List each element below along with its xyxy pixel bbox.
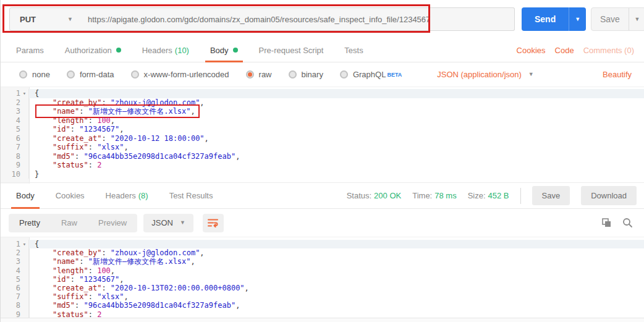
chevron-down-icon: ▼ (180, 220, 185, 226)
code-text: { (29, 89, 39, 98)
body-type-graphql[interactable]: GraphQLBETA (340, 70, 402, 79)
send-button[interactable]: Send ▼ (522, 7, 586, 31)
green-dot-icon (116, 48, 121, 53)
tab-label: Headers (142, 46, 172, 55)
response-format-select[interactable]: JSON ▼ (143, 214, 193, 232)
save-request-button[interactable]: Save ▼ (591, 7, 644, 31)
response-meta: Status:200 OK Time:78 ms Size:452 B Save… (347, 186, 644, 205)
response-body-editor[interactable]: 1▾{2 "create_by": "zhoux-j@glodon.com",3… (1, 237, 644, 320)
fold-caret-icon[interactable]: ▾ (20, 89, 28, 98)
code-link[interactable]: Code (555, 46, 574, 55)
tab-tests[interactable]: Tests (344, 38, 363, 62)
tab-body[interactable]: Body (210, 38, 238, 62)
code-text: "md5": "96ca44bb35e2098d1ca04cf327a9feab… (29, 301, 240, 310)
radio-icon (67, 70, 75, 78)
request-url-input[interactable]: https://apigate.glodon.com/gdc/domains/z… (80, 7, 515, 31)
search-button[interactable] (622, 218, 633, 228)
copy-button[interactable] (601, 218, 612, 228)
line-number: 2 (1, 98, 20, 108)
line-number: 7 (1, 292, 20, 301)
request-url-value: https://apigate.glodon.com/gdc/domains/z… (88, 15, 430, 24)
line-number: 3 (1, 107, 20, 116)
body-type-form-data[interactable]: form-data (67, 70, 114, 79)
body-type-none[interactable]: none (19, 70, 50, 79)
radio-selected-icon (246, 70, 254, 78)
line-number: 5 (1, 275, 20, 284)
content-type-select[interactable]: JSON (application/json) ▼ (437, 70, 533, 79)
tab-pre-request-script[interactable]: Pre-request Script (259, 38, 324, 62)
code-line-2: 2 "create_by": "zhoux-j@glodon.com", (1, 248, 644, 257)
body-type-urlencoded[interactable]: x-www-form-urlencoded (131, 70, 229, 79)
response-tab-cookies[interactable]: Cookies (56, 183, 85, 208)
code-line-8: 8 "md5": "96ca44bb35e2098d1ca04cf327a9fe… (1, 301, 644, 310)
code-text: "name": "新增文件—修改文件名.xlsx", (29, 107, 195, 116)
view-mode-switch: Pretty Raw Preview (9, 214, 137, 232)
radio-label: binary (302, 70, 323, 79)
request-body-editor[interactable]: 1▾{2 "create_by": "zhoux-j@glodon.com",3… (1, 87, 644, 184)
line-number: 6 (1, 284, 20, 292)
content-type-value: JSON (application/json) (437, 70, 522, 79)
code-text: "id": "1234567", (29, 275, 124, 284)
line-number: 10 (1, 170, 20, 179)
green-dot-icon (233, 48, 238, 53)
response-tab-headers[interactable]: Headers(8) (106, 183, 148, 208)
code-line-6: 6 "create_at": "2020-10-12 18:00:00", (1, 134, 644, 143)
chevron-down-icon: ▼ (528, 72, 534, 77)
code-line-6: 6 "create_at": "2020-10-13T02:00:00.000+… (1, 284, 644, 292)
radio-label: x-www-form-urlencoded (144, 70, 229, 79)
time-pair: Time:78 ms (412, 191, 456, 200)
line-number: 8 (1, 152, 20, 161)
code-line-4: 4 "length": 100, (1, 116, 644, 125)
code-line-2: 2 "create_by": "zhoux-j@glodon.com", (1, 98, 644, 108)
http-method-value: PUT (20, 15, 67, 24)
code-text: "suffix": "xlsx", (29, 143, 129, 152)
code-line-5: 5 "id": "1234567", (1, 275, 644, 284)
radio-label: GraphQL (353, 70, 386, 79)
view-pretty-tab[interactable]: Pretty (9, 214, 51, 232)
radio-icon (340, 70, 348, 78)
line-number: 7 (1, 143, 20, 152)
tab-params[interactable]: Params (16, 38, 44, 62)
bottom-strip (1, 318, 644, 322)
view-raw-tab[interactable]: Raw (51, 214, 88, 232)
save-options-button[interactable]: ▼ (629, 8, 644, 30)
line-number: 8 (1, 301, 20, 310)
code-text: } (29, 170, 39, 179)
body-type-raw[interactable]: raw (246, 70, 272, 79)
send-options-button[interactable]: ▼ (569, 7, 586, 31)
code-text: "status": 2 (29, 161, 101, 170)
code-text: "length": 100, (29, 116, 115, 125)
code-line-9: 9 "status": 2 (1, 161, 644, 170)
response-tab-test-results[interactable]: Test Results (169, 183, 213, 208)
fold-caret-icon[interactable]: ▾ (20, 240, 28, 248)
view-preview-tab[interactable]: Preview (88, 214, 137, 232)
wrap-lines-button[interactable] (203, 214, 224, 232)
status-pair: Status:200 OK (347, 191, 402, 200)
download-response-button[interactable]: Download (581, 186, 637, 205)
response-tab-body[interactable]: Body (16, 183, 35, 208)
send-button-label: Send (522, 7, 569, 31)
cookies-link[interactable]: Cookies (517, 46, 546, 55)
code-line-5: 5 "id": "1234567", (1, 125, 644, 134)
beautify-link[interactable]: Beautify (603, 70, 644, 79)
body-type-row: none form-data x-www-form-urlencoded raw… (1, 62, 644, 87)
code-text: "create_at": "2020-10-12 18:00:00", (29, 134, 209, 143)
body-type-binary[interactable]: binary (289, 70, 323, 79)
comments-link[interactable]: Comments (0) (583, 46, 634, 55)
save-response-button[interactable]: Save (532, 186, 570, 205)
tab-headers[interactable]: Headers(10) (142, 38, 189, 62)
code-line-4: 4 "length": 100, (1, 266, 644, 275)
radio-label: none (32, 70, 50, 79)
tab-authorization[interactable]: Authorization (65, 38, 121, 62)
code-text: "create_at": "2020-10-13T02:00:00.000+08… (29, 284, 249, 292)
code-text: "id": "1234567", (29, 125, 124, 134)
size-pair: Size:452 B (468, 191, 509, 200)
http-method-select[interactable]: PUT ▼ (9, 7, 81, 31)
line-number: 3 (1, 257, 20, 266)
time-label: Time: (412, 191, 432, 200)
status-label: Status: (347, 191, 371, 200)
divider (520, 188, 521, 204)
status-value: 200 OK (374, 191, 401, 200)
code-line-3: 3 "name": "新增文件—修改文件名.xlsx", (1, 257, 644, 266)
line-number: 5 (1, 125, 20, 134)
